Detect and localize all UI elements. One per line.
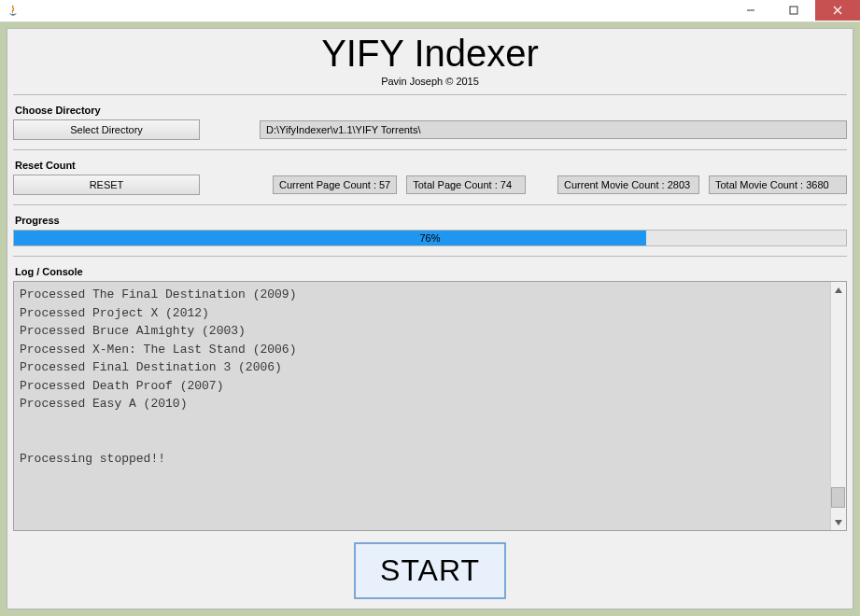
divider: [13, 149, 847, 150]
console-output[interactable]: Processed The Final Destination (2009) P…: [14, 282, 830, 530]
scroll-thumb[interactable]: [831, 487, 845, 508]
window-controls: [729, 0, 860, 21]
progress-percent-label: 76%: [14, 231, 846, 245]
console-panel: Processed The Final Destination (2009) P…: [13, 281, 847, 531]
main-panel: YIFY Indexer Pavin Joseph © 2015 Choose …: [7, 28, 853, 609]
directory-path-field[interactable]: D:\YifyIndexer\v1.1\YIFY Torrents\: [260, 120, 847, 139]
reset-count-label: Reset Count: [15, 160, 847, 171]
scroll-down-icon[interactable]: [831, 514, 847, 530]
console-label: Log / Console: [15, 266, 847, 277]
console-scrollbar[interactable]: [830, 282, 846, 530]
progress-label: Progress: [15, 215, 847, 226]
total-page-count: Total Page Count : 74: [406, 175, 526, 194]
close-button[interactable]: [815, 0, 860, 21]
divider: [13, 256, 847, 257]
app-title: YIFY Indexer: [13, 33, 847, 74]
header: YIFY Indexer Pavin Joseph © 2015: [13, 33, 847, 89]
select-directory-button[interactable]: Select Directory: [13, 119, 200, 140]
reset-button[interactable]: RESET: [13, 175, 200, 195]
window: YIFY Indexer Pavin Joseph © 2015 Choose …: [0, 0, 860, 616]
svg-rect-1: [790, 7, 797, 14]
total-movie-count: Total Movie Count : 3680: [709, 175, 847, 194]
svg-marker-5: [835, 520, 842, 525]
minimize-button[interactable]: [729, 0, 772, 21]
start-button[interactable]: START: [354, 542, 506, 599]
author-label: Pavin Joseph © 2015: [13, 76, 847, 87]
svg-marker-4: [835, 287, 842, 293]
current-movie-count: Current Movie Count : 2803: [557, 175, 699, 194]
choose-directory-label: Choose Directory: [15, 105, 847, 116]
divider: [13, 94, 847, 95]
current-page-count: Current Page Count : 57: [273, 175, 397, 194]
scroll-up-icon[interactable]: [831, 282, 847, 298]
progress-bar: 76%: [13, 230, 847, 246]
java-app-icon: [6, 4, 21, 19]
maximize-button[interactable]: [772, 0, 815, 21]
divider: [13, 204, 847, 205]
titlebar[interactable]: [0, 0, 860, 22]
